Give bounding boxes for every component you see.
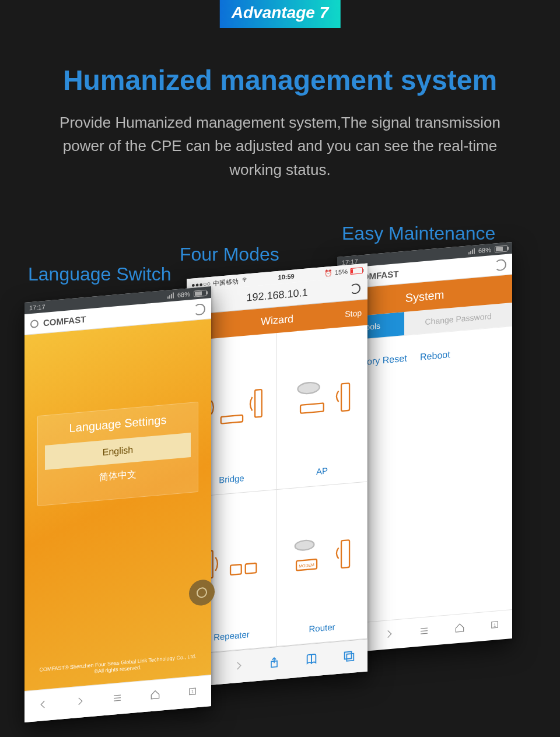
headline: Humanized management system — [0, 64, 560, 96]
nav-menu-icon[interactable] — [418, 625, 430, 639]
battery-pct: 68% — [177, 290, 190, 299]
nav-menu-icon[interactable] — [111, 692, 123, 706]
mode-router[interactable]: MODEM Router — [277, 482, 368, 647]
nav-tabs-icon[interactable]: 1 — [489, 619, 500, 633]
svg-point-15 — [295, 539, 314, 550]
nav-home-icon[interactable] — [454, 621, 466, 636]
svg-text:1: 1 — [494, 622, 496, 627]
mode-router-label: Router — [309, 622, 335, 634]
nav-back-icon[interactable] — [38, 699, 48, 713]
globe-icon — [197, 587, 207, 599]
share-icon[interactable] — [268, 655, 280, 672]
language-fab[interactable] — [189, 578, 215, 606]
status-time: 10:59 — [278, 272, 295, 280]
tabs-icon[interactable] — [342, 649, 355, 665]
phone3-caption: Easy Maintenance — [342, 223, 495, 244]
mode-ap-label: AP — [316, 465, 328, 476]
svg-line-24 — [114, 697, 121, 698]
battery-pct: 15% — [335, 268, 348, 276]
mode-grid: Bridge AP Repeater MODEM Router — [187, 325, 368, 654]
battery-icon — [194, 289, 206, 297]
language-settings-title: Language Settings — [45, 411, 190, 437]
mode-repeater-label: Repeater — [214, 629, 250, 642]
svg-rect-11 — [341, 383, 349, 411]
phone-four-modes: ●●●○○ 中国移动 10:59 ⏰ 15% 192.168.10.1 Wiza… — [187, 263, 368, 687]
language-settings-card: Language Settings English 简体中文 — [37, 402, 198, 506]
nav-forward-icon[interactable] — [75, 695, 85, 709]
wizard-title: Wizard — [261, 313, 293, 328]
phone2-caption: Four Modes — [180, 244, 279, 265]
svg-point-5 — [244, 280, 245, 281]
svg-rect-10 — [300, 403, 324, 413]
nav-home-icon[interactable] — [149, 688, 161, 703]
phone1-caption: Language Switch — [28, 264, 172, 285]
language-screen: Language Settings English 简体中文 COMFAST® … — [24, 319, 211, 691]
svg-rect-22 — [347, 653, 354, 661]
svg-rect-14 — [245, 563, 256, 573]
advantage-badge: Advantage 7 — [220, 0, 341, 28]
svg-rect-13 — [230, 564, 242, 575]
svg-line-0 — [421, 628, 428, 629]
reload-icon[interactable] — [350, 283, 360, 294]
svg-rect-21 — [345, 651, 352, 659]
mode-bridge-label: Bridge — [219, 473, 244, 485]
svg-line-1 — [421, 630, 428, 631]
refresh-icon[interactable] — [194, 303, 205, 315]
brand-name: COMFAST — [43, 314, 86, 328]
svg-line-23 — [114, 695, 121, 696]
link-reboot[interactable]: Reboot — [420, 349, 450, 362]
signal-icon — [167, 293, 174, 299]
svg-rect-8 — [220, 415, 242, 423]
signal-icon — [468, 248, 475, 254]
stop-button[interactable]: Stop — [345, 308, 362, 319]
alarm-icon: ⏰ — [324, 269, 332, 277]
carrier: 中国移动 — [213, 276, 239, 287]
url-text: 192.168.10.1 — [246, 286, 307, 304]
refresh-icon[interactable] — [495, 258, 506, 271]
battery-icon — [350, 267, 363, 275]
svg-line-25 — [114, 700, 121, 701]
subheadline: Provide Humanized management system,The … — [52, 111, 508, 181]
battery-icon — [495, 245, 508, 252]
nav-tabs-icon[interactable]: 1 — [187, 685, 198, 699]
globe-icon — [30, 319, 38, 328]
svg-rect-7 — [255, 389, 262, 417]
svg-text:1: 1 — [191, 689, 194, 694]
svg-text:MODEM: MODEM — [299, 563, 314, 568]
copyright: COMFAST® Shenzhen Four Seas Global Link … — [30, 652, 205, 682]
mode-ap[interactable]: AP — [277, 325, 368, 490]
nav-forward-icon[interactable] — [233, 658, 244, 675]
svg-point-9 — [298, 381, 319, 394]
nav-forward-icon[interactable] — [384, 628, 394, 642]
svg-rect-18 — [341, 540, 349, 568]
bookmarks-icon[interactable] — [304, 652, 318, 668]
phone-language-switch: 17:17 68% COMFAST Language Settings Engl… — [24, 286, 211, 722]
wifi-icon — [241, 276, 248, 284]
status-time: 17:17 — [29, 303, 46, 311]
svg-line-2 — [421, 633, 428, 634]
battery-pct: 68% — [478, 246, 491, 254]
